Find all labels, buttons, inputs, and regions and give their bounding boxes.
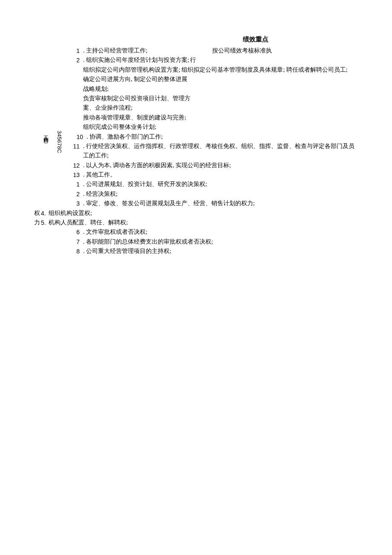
block-line: 组织拟定公司内部管理机构设置方案; 组织拟定公司基本管理制度及具体规章; 聘任或… xyxy=(83,65,358,75)
row-text: . 公司重大经营管理项目的主持权; xyxy=(83,247,171,256)
row-1: 1 . 主持公司经营管理工作; 按公司绩效考核标准执 xyxy=(70,46,358,55)
auth-section: 权 4. 组织机构设置权; 力 5. 机构人员配置、聘任、解聘权; xyxy=(34,209,358,228)
row-number: 10 xyxy=(74,132,83,142)
block-line: 案、企业操作流程; xyxy=(83,103,358,113)
row-number: 13 xyxy=(70,170,80,180)
row-text: . 各职能部门的总体经费支出的审批权或者否决权; xyxy=(83,237,213,247)
row-number: 8 xyxy=(70,247,80,256)
row-text: . 审定、修改、签发公司进展规划及生产、经营、销售计划的权力; xyxy=(83,199,255,208)
row-right-note: 按公司绩效考核标准执 xyxy=(212,46,272,55)
row-number: 1 xyxy=(70,180,80,189)
row-text: . 公司进展规划、投资计划、研究开发的决策权; xyxy=(83,180,207,189)
vertical-label-code: 345678C xyxy=(55,131,63,153)
row-text: . 行使经营决策权、运作指挥权、行政管理权、考核任免权。组织、指挥、监督、检查与… xyxy=(83,142,358,161)
row-text: 机构人员配置、聘任、解聘权; xyxy=(49,218,128,227)
row-number: 1 xyxy=(70,46,80,55)
row-number: 11 xyxy=(70,142,80,151)
content-wrapper: 工作内容 345678C 1 . 主持公司经营管理工作; 按公司绩效考核标准执 … xyxy=(34,46,358,256)
auth-row-5: 力 5. 机构人员配置、聘任、解聘权; xyxy=(34,218,358,227)
row-number: 2 xyxy=(70,189,80,199)
block-line: 推动各项管理规章、制度的建设与完善; xyxy=(83,113,358,122)
vertical-label-work: 工作内容 xyxy=(42,131,50,135)
row-number: 12 xyxy=(70,161,80,170)
row-number: 2 xyxy=(70,55,80,65)
row-text: . 以人为本, 调动各方面的积极因素, 实现公司的经营目标; xyxy=(83,161,231,170)
row-number: 7 xyxy=(70,237,80,247)
auth-content-cont: 6 . 文件审批权或者否决权; 7 . 各职能部门的总体经费支出的审批权或者否决… xyxy=(34,227,358,256)
row-text: 组织机构设置权; xyxy=(49,209,92,218)
auth-row-1: 1 . 公司进展规划、投资计划、研究开发的决策权; xyxy=(70,180,358,189)
block-line: 战略规划; xyxy=(83,84,358,94)
section-label-char: 权 xyxy=(34,209,41,218)
row-2: 2 . 组织实施公司年度经营计划与投资方案; 行 xyxy=(70,55,358,65)
auth-row-6: 6 . 文件审批权或者否决权; xyxy=(70,227,358,237)
row-10: 10 . 协调、激励各个部门的工作; xyxy=(74,132,358,142)
main-content: 1 . 主持公司经营管理工作; 按公司绩效考核标准执 2 . 组织实施公司年度经… xyxy=(34,46,358,209)
auth-row-4: 权 4. 组织机构设置权; xyxy=(34,209,358,218)
row-text: . 主持公司经营管理工作; xyxy=(83,46,147,55)
row-13: 13 . 其他工作。 xyxy=(70,170,358,180)
row-number: 6 xyxy=(70,227,80,237)
auth-row-2: 2 . 经营决策权; xyxy=(70,189,358,199)
auth-row-8: 8 . 公司重大经营管理项目的主持权; xyxy=(70,247,358,256)
row-text: . 文件审批权或者否决权; xyxy=(83,227,147,237)
block-line: 负责审核制定公司投资项目计划、管理方 xyxy=(83,94,358,103)
row-text: . 其他工作。 xyxy=(83,170,116,180)
sub-block: 组织拟定公司内部管理机构设置方案; 组织拟定公司基本管理制度及具体规章; 聘任或… xyxy=(83,65,358,132)
row-11: 11 . 行使经营决策权、运作指挥权、行政管理权、考核任免权。组织、指挥、监督、… xyxy=(70,142,358,161)
row-text: . 组织实施公司年度经营计划与投资方案; xyxy=(83,55,189,65)
block-line: 组织完成公司整体业务计划; xyxy=(83,122,358,132)
auth-row-7: 7 . 各职能部门的总体经费支出的审批权或者否决权; xyxy=(70,237,358,247)
row-right-note: 行 xyxy=(190,55,196,65)
block-line: 确定公司进展方向, 制定公司的整体进展 xyxy=(83,75,358,84)
section-label-char: 力 xyxy=(34,218,41,227)
row-text: . 协调、激励各个部门的工作; xyxy=(86,132,163,142)
row-number: 5. xyxy=(41,218,49,227)
row-number: 3 xyxy=(70,199,80,208)
row-text: . 经营决策权; xyxy=(83,189,118,199)
row-12: 12 . 以人为本, 调动各方面的积极因素, 实现公司的经营目标; xyxy=(70,161,358,170)
row-number: 4. xyxy=(41,209,49,218)
document-title: 绩效重点 xyxy=(34,34,358,44)
auth-row-3: 3 . 审定、修改、签发公司进展规划及生产、经营、销售计划的权力; xyxy=(70,199,358,208)
